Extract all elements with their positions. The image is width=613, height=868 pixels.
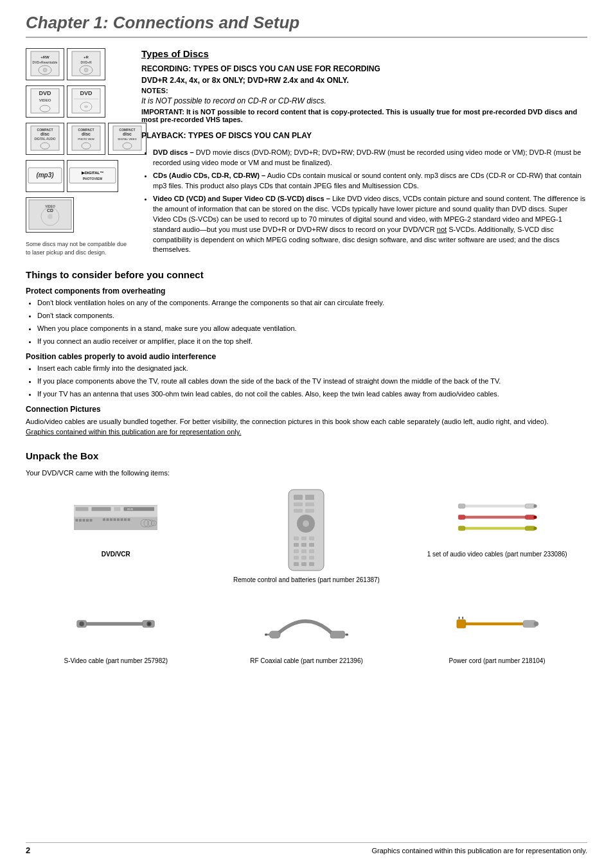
svg-point-110 [80, 621, 84, 626]
svg-point-95 [533, 505, 537, 508]
bullet-dvd: DVD discs – DVD movie discs (DVD-ROM); D… [153, 148, 587, 168]
bullet-vcd-text: Video CD (VCD) and Super Video CD (S-VCD… [153, 195, 585, 254]
av-cables-label: 1 set of audio video cables (part number… [427, 550, 567, 559]
power-cord-item: Power cord (part number 218104) [407, 595, 587, 666]
bullet-cds: CDs (Audio CDs, CD-R, CD-RW) – Audio CDs… [153, 171, 587, 191]
svg-rect-57 [103, 518, 105, 521]
italic-note: It is NOT possible to record on CD-R or … [141, 96, 587, 105]
svg-rect-52 [76, 519, 78, 522]
svg-text:DVD: DVD [80, 90, 93, 96]
svg-text:disc: disc [82, 132, 91, 136]
disc-row-4: (mp3) ▶DIGITAL™ PHOTOVIEW [26, 160, 118, 192]
protect-heading: Protect components from overheating [26, 287, 587, 296]
types-of-discs-title: Types of Discs [141, 48, 587, 59]
svg-text:+R: +R [84, 55, 89, 59]
svg-rect-82 [301, 543, 306, 547]
svg-point-77 [303, 520, 309, 527]
svg-rect-54 [83, 519, 85, 522]
av-cables-item: 1 set of audio video cables (part number… [407, 488, 587, 585]
bullet-cds-text: CDs (Audio CDs, CD-R, CD-RW) – Audio CDs… [153, 172, 582, 190]
unpack-section: Unpack the Box Your DVD/VCR came with th… [26, 450, 587, 666]
video-cd-icon: VIDEO CD [26, 197, 74, 233]
svg-rect-96 [458, 504, 465, 509]
svg-text:DVD+Rewritable: DVD+Rewritable [33, 60, 58, 64]
svg-rect-72 [294, 502, 303, 506]
svg-rect-60 [114, 518, 116, 521]
left-sidebar: +RW DVD+Rewritable +R DVD+R [26, 48, 129, 260]
svg-rect-114 [330, 631, 344, 638]
dvd-vcr-image: 00:00 [74, 488, 157, 546]
disc-row-2: DVD VIDEO DVD [26, 85, 105, 118]
content-area: +RW DVD+Rewritable +R DVD+R [26, 48, 587, 260]
svg-rect-83 [309, 543, 314, 547]
position-heading: Position cables properly to avoid audio … [26, 352, 587, 361]
disc-icons: +RW DVD+Rewritable +R DVD+R [26, 48, 129, 235]
svg-rect-47 [92, 507, 111, 511]
power-cord-label: Power cord (part number 218104) [449, 657, 546, 666]
protect-text-2: Don't stack components. [37, 312, 114, 319]
connection-pictures-para: Audio/video cables are usually bundled t… [26, 418, 549, 425]
position-bullet-1: Insert each cable firmly into the design… [37, 364, 587, 374]
svg-rect-62 [121, 518, 123, 521]
protect-bullets: Don't block ventilation holes on any of … [26, 298, 587, 347]
footer-text: Graphics contained within this publicati… [372, 847, 587, 855]
svg-rect-46 [76, 507, 89, 511]
bullet-vcd: Video CD (VCD) and Super Video CD (S-VCD… [153, 194, 587, 256]
svg-rect-53 [79, 519, 82, 522]
svg-point-99 [533, 516, 537, 519]
svg-text:PHOTOVIEW: PHOTOVIEW [83, 177, 103, 181]
disc-row-1: +RW DVD+Rewritable +R DVD+R [26, 48, 105, 80]
svg-rect-104 [458, 526, 465, 531]
unpack-heading: Unpack the Box [26, 450, 587, 461]
svideo-svg [74, 603, 157, 645]
protect-bullet-4: If you connect an audio receiver or ampl… [37, 337, 587, 347]
position-text-2: If you place components above the TV, ro… [37, 377, 501, 385]
protect-text-4: If you connect an audio receiver or ampl… [37, 337, 253, 345]
svg-rect-92 [309, 562, 314, 566]
svg-text:(mp3): (mp3) [36, 172, 54, 179]
svg-point-18 [84, 105, 88, 108]
svg-rect-64 [128, 518, 130, 521]
svg-text:DIGITAL VIDEO: DIGITAL VIDEO [118, 137, 136, 141]
svg-rect-90 [294, 562, 299, 566]
svideo-image [74, 595, 157, 653]
svg-rect-89 [309, 556, 314, 560]
svg-rect-86 [309, 549, 314, 553]
connection-pictures-heading: Connection Pictures [26, 405, 587, 414]
svg-text:DIGITAL AUDIO: DIGITAL AUDIO [34, 137, 56, 141]
svg-point-116 [346, 633, 348, 636]
av-cables-image [456, 488, 539, 546]
svg-rect-80 [309, 536, 314, 540]
av-cables-svg [456, 492, 539, 543]
unpack-intro: Your DVD/VCR came with the following ite… [26, 468, 587, 479]
things-to-consider-heading: Things to consider before you connect [26, 269, 587, 280]
svg-rect-55 [86, 519, 89, 522]
cd-digital-video-icon: COMPACT disc DIGITAL VIDEO [108, 123, 147, 155]
svg-point-9 [84, 68, 88, 72]
svideo-item: S-Video cable (part number 257982) [26, 595, 206, 666]
svg-text:00:00: 00:00 [127, 508, 133, 511]
svg-rect-111 [269, 631, 280, 638]
dvd-vcr-label: DVD/VCR [102, 550, 130, 559]
protect-bullet-2: Don't stack components. [37, 311, 587, 321]
svg-rect-84 [294, 549, 299, 553]
dvd-vcr-svg: 00:00 [74, 493, 157, 542]
power-cord-svg [456, 603, 539, 645]
connection-pictures-text: Audio/video cables are usually bundled t… [26, 416, 587, 438]
svg-text:▶DIGITAL™: ▶DIGITAL™ [82, 171, 104, 175]
remote-svg [282, 488, 330, 572]
svg-rect-56 [90, 519, 93, 522]
position-bullet-2: If you place components above the TV, ro… [37, 376, 587, 387]
svg-point-122 [533, 621, 538, 626]
svg-rect-100 [458, 515, 465, 520]
footer-bar: 2 Graphics contained within this publica… [26, 842, 587, 855]
chapter-title: Chapter 1: Connections and Setup [26, 13, 587, 38]
svg-rect-36 [69, 168, 116, 183]
page: Chapter 1: Connections and Setup +RW DVD… [0, 0, 613, 868]
svg-text:DVD+R: DVD+R [80, 60, 91, 64]
svg-text:VIDEO: VIDEO [39, 98, 51, 102]
rf-coaxial-label: RF Coaxial cable (part number 221396) [250, 657, 363, 666]
cd-icon2: COMPACT disc PHOTO VIEW [67, 123, 105, 155]
protect-text-3: When you place components in a stand, ma… [37, 324, 297, 332]
remote-image [265, 488, 348, 572]
